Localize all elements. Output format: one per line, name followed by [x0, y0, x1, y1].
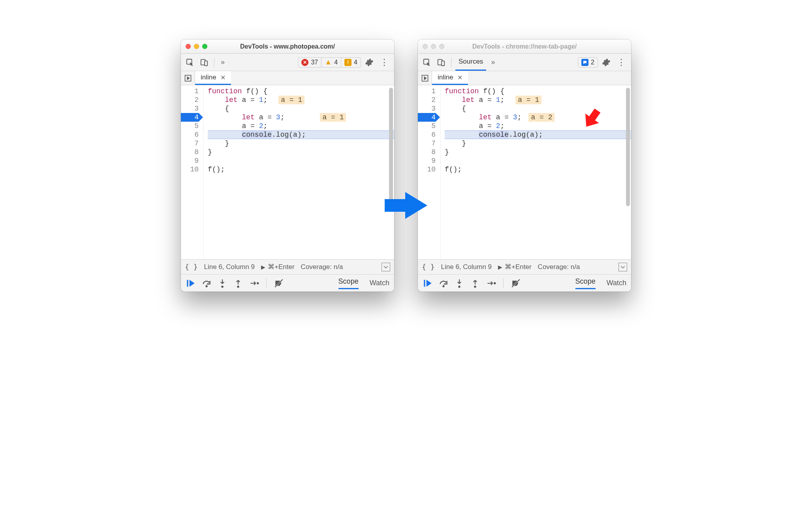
line-number[interactable]: 2: [418, 96, 436, 104]
svg-rect-15: [424, 280, 425, 286]
step-icon[interactable]: [249, 278, 259, 288]
line-gutter[interactable]: 1 2 3 4 5 6 7 8 9 10: [181, 85, 204, 259]
editor-statusbar: { } Line 6, Column 9 ▶⌘+Enter Coverage: …: [418, 259, 631, 274]
code-area[interactable]: function f() { let a = 1;a = 1 { let a =…: [441, 85, 631, 259]
step-over-icon[interactable]: [201, 278, 212, 288]
step-into-icon[interactable]: [217, 278, 227, 288]
close-window-icon[interactable]: [423, 44, 428, 49]
line-number[interactable]: 7: [181, 139, 199, 148]
code-area[interactable]: function f() { let a = 1;a = 1 { let a =…: [204, 85, 394, 259]
execution-line-marker[interactable]: 4: [418, 113, 436, 122]
toggle-drawer-icon[interactable]: [382, 263, 390, 271]
line-number[interactable]: 10: [181, 165, 199, 174]
overflow-tabs-icon[interactable]: »: [489, 58, 497, 66]
line-gutter[interactable]: 1 2 3 4 5 6 7 8 9 10: [418, 85, 441, 259]
svg-rect-4: [187, 280, 188, 286]
device-toggle-icon[interactable]: [435, 56, 447, 68]
error-icon: ✕: [301, 59, 308, 66]
inspect-icon[interactable]: [421, 56, 433, 68]
minimize-window-icon[interactable]: [194, 44, 199, 49]
warning-count-badge[interactable]: ▲ 4: [321, 58, 341, 67]
deactivate-breakpoints-icon[interactable]: [274, 278, 284, 288]
tab-sources[interactable]: Sources: [455, 58, 486, 71]
line-number[interactable]: 3: [181, 104, 199, 113]
line-number[interactable]: 8: [181, 148, 199, 156]
snippets-run-icon[interactable]: [418, 71, 432, 85]
line-number[interactable]: 2: [181, 96, 199, 104]
message-count-badge[interactable]: ! 4: [341, 58, 361, 67]
kebab-menu-icon[interactable]: ⋮: [378, 57, 391, 68]
line-number[interactable]: 6: [418, 130, 436, 139]
svg-point-19: [494, 282, 495, 284]
execution-line-marker[interactable]: 4: [181, 113, 199, 122]
svg-point-16: [443, 285, 444, 286]
warning-count: 4: [334, 59, 338, 66]
step-out-icon[interactable]: [233, 278, 243, 288]
tab-watch[interactable]: Watch: [370, 279, 389, 287]
message-count-badge[interactable]: 2: [578, 58, 598, 67]
pretty-print-icon[interactable]: { }: [185, 263, 198, 271]
debugger-toolbar: Scope Watch: [418, 274, 631, 292]
console-issue-badges[interactable]: ✕ 37 ▲ 4 ! 4: [298, 57, 361, 68]
code-editor[interactable]: 1 2 3 4 5 6 7 8 9 10 function f() { let …: [181, 85, 394, 259]
step-into-icon[interactable]: [454, 278, 464, 288]
tab-watch[interactable]: Watch: [607, 279, 626, 287]
cursor-position: Line 6, Column 9: [204, 263, 255, 271]
toggle-drawer-icon[interactable]: [618, 263, 627, 271]
pretty-print-icon[interactable]: { }: [422, 263, 435, 271]
settings-button[interactable]: [363, 56, 375, 68]
line-number[interactable]: 7: [418, 139, 436, 148]
window-title: DevTools - chrome://new-tab-page/: [418, 43, 631, 50]
inspect-icon[interactable]: [184, 56, 196, 68]
close-icon[interactable]: ✕: [457, 74, 462, 81]
deactivate-breakpoints-icon[interactable]: [511, 278, 521, 288]
run-snippet-button[interactable]: ▶⌘+Enter: [261, 263, 295, 271]
file-tab-inline[interactable]: inline ✕: [432, 71, 468, 85]
resume-icon[interactable]: [423, 278, 433, 288]
run-snippet-button[interactable]: ▶⌘+Enter: [498, 263, 532, 271]
debugger-panel-tabs: Scope Watch: [575, 275, 626, 292]
close-icon[interactable]: ✕: [220, 74, 226, 81]
file-tab-inline[interactable]: inline ✕: [195, 71, 231, 85]
scrollbar[interactable]: [626, 88, 630, 206]
device-toggle-icon[interactable]: [198, 56, 210, 68]
minimize-window-icon[interactable]: [431, 44, 436, 49]
step-icon[interactable]: [486, 278, 496, 288]
resume-icon[interactable]: [186, 278, 196, 288]
window-controls[interactable]: [186, 44, 207, 49]
overflow-tabs-icon[interactable]: »: [218, 58, 227, 66]
titlebar[interactable]: DevTools - chrome://new-tab-page/: [418, 40, 631, 54]
snippets-run-icon[interactable]: [181, 71, 195, 85]
scrollbar[interactable]: [389, 88, 393, 206]
error-count-badge[interactable]: ✕ 37: [298, 58, 321, 67]
zoom-window-icon[interactable]: [439, 44, 444, 49]
tab-scope[interactable]: Scope: [575, 277, 596, 289]
line-number[interactable]: 1: [181, 87, 199, 96]
console-issue-badges[interactable]: 2: [578, 57, 598, 68]
line-number[interactable]: 1: [418, 87, 436, 96]
code-line: a = 2;: [208, 122, 394, 130]
line-number[interactable]: 6: [181, 130, 199, 139]
line-number[interactable]: 8: [418, 148, 436, 156]
step-over-icon[interactable]: [438, 278, 449, 288]
line-number[interactable]: 5: [181, 122, 199, 130]
code-line: function f() {: [445, 87, 631, 96]
kebab-menu-icon[interactable]: ⋮: [615, 57, 628, 68]
line-number[interactable]: 5: [418, 122, 436, 130]
devtools-window-left: DevTools - www.photopea.com/ » ✕ 37: [181, 40, 394, 292]
error-count: 37: [311, 59, 318, 66]
tab-scope[interactable]: Scope: [338, 277, 359, 289]
code-editor[interactable]: 1 2 3 4 5 6 7 8 9 10 function f() { let …: [418, 85, 631, 259]
zoom-window-icon[interactable]: [202, 44, 207, 49]
line-number[interactable]: 3: [418, 104, 436, 113]
window-controls[interactable]: [423, 44, 444, 49]
close-window-icon[interactable]: [186, 44, 191, 49]
line-number[interactable]: 9: [181, 156, 199, 165]
titlebar[interactable]: DevTools - www.photopea.com/: [181, 40, 394, 54]
settings-button[interactable]: [600, 56, 612, 68]
step-out-icon[interactable]: [470, 278, 480, 288]
code-line: [445, 156, 631, 165]
line-number[interactable]: 9: [418, 156, 436, 165]
line-number[interactable]: 10: [418, 165, 436, 174]
code-line: f();: [445, 165, 631, 174]
